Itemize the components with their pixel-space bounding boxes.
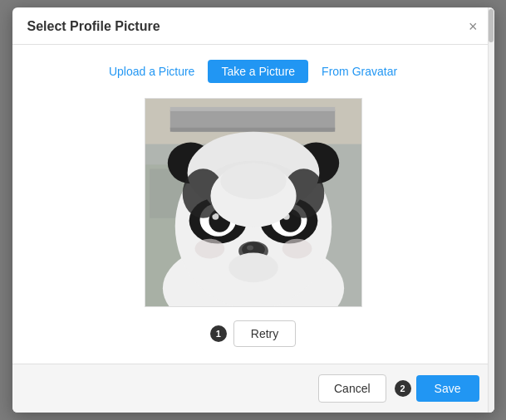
modal-footer: Cancel 2 Save: [12, 364, 494, 413]
tab-gravatar[interactable]: From Gravatar: [308, 60, 410, 83]
modal-dialog: Select Profile Picture × Upload a Pictur…: [12, 7, 494, 413]
retry-step-badge: 1: [210, 325, 227, 342]
modal-title: Select Profile Picture: [27, 19, 160, 34]
modal-header: Select Profile Picture ×: [12, 7, 494, 45]
svg-rect-3: [169, 107, 334, 111]
modal-overlay: Select Profile Picture × Upload a Pictur…: [0, 0, 506, 420]
save-area: 2 Save: [395, 375, 479, 402]
image-container: [27, 98, 479, 307]
retry-button[interactable]: Retry: [233, 320, 296, 347]
camera-preview: [145, 98, 362, 307]
svg-point-24: [228, 253, 278, 283]
svg-point-25: [194, 239, 224, 259]
save-step-badge: 2: [395, 380, 411, 397]
svg-rect-4: [169, 128, 334, 132]
svg-point-23: [247, 246, 253, 251]
tab-take-picture[interactable]: Take a Picture: [208, 60, 308, 83]
scrollbar[interactable]: [488, 7, 494, 413]
close-button[interactable]: ×: [467, 19, 479, 34]
tabs-container: Upload a Picture Take a Picture From Gra…: [27, 60, 479, 83]
save-button[interactable]: Save: [416, 375, 479, 402]
retry-area: 1 Retry: [27, 320, 479, 347]
cancel-button[interactable]: Cancel: [318, 374, 386, 403]
modal-body: Upload a Picture Take a Picture From Gra…: [12, 45, 494, 364]
tab-upload[interactable]: Upload a Picture: [96, 60, 209, 83]
svg-point-31: [220, 163, 286, 199]
scrollbar-thumb: [489, 9, 494, 42]
svg-point-26: [282, 239, 312, 259]
